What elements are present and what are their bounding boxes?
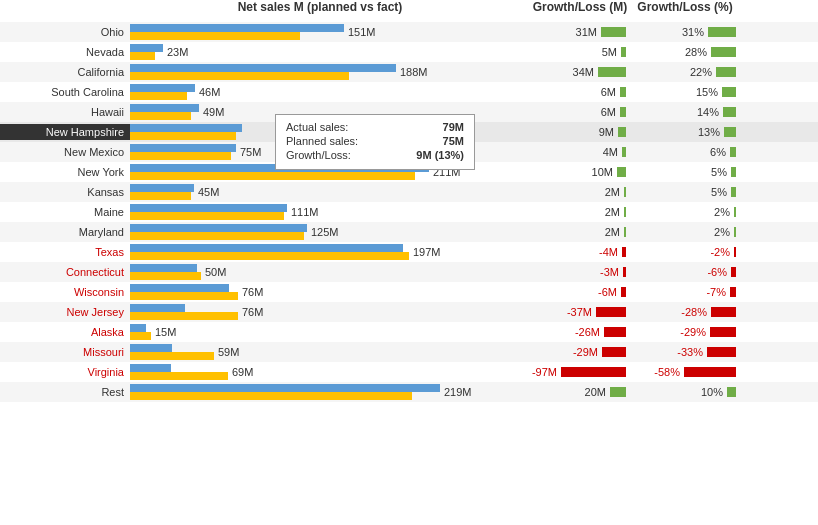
row-label: Nevada (0, 46, 130, 58)
bar-yellow (130, 92, 187, 100)
bar-area: 76M (130, 282, 510, 302)
bars-wrapper (130, 124, 440, 140)
bar-value-label: 76M (242, 286, 263, 298)
table-row[interactable]: Virginia 69M -97M -58% (0, 362, 818, 382)
growth-pct-area: -28% (630, 306, 740, 318)
table-row[interactable]: Alaska 15M -26M -29% (0, 322, 818, 342)
table-row[interactable]: Missouri 59M -29M -33% (0, 342, 818, 362)
chart-headers: Net sales M (planned vs fact) Growth/Los… (0, 0, 818, 22)
table-row[interactable]: Kansas 45M 2M 5% (0, 182, 818, 202)
bar-area: 69M (130, 362, 510, 382)
growth-m-area: -29M (530, 346, 630, 358)
table-row[interactable]: Nevada 23M 5M 28% (0, 42, 818, 62)
row-label: New York (0, 166, 130, 178)
growth-pct-area: 14% (630, 106, 740, 118)
growth-pct-bar-red (711, 307, 736, 317)
growth-m-bar-red (623, 267, 626, 277)
growth-m-value: 20M (585, 386, 606, 398)
bar-yellow (130, 32, 300, 40)
growth-m-value: 6M (601, 86, 616, 98)
row-label: Missouri (0, 346, 130, 358)
table-row[interactable]: New Hampshire Actual sales: 79M Planned … (0, 122, 818, 142)
row-label: Hawaii (0, 106, 130, 118)
growth-m-value: 2M (605, 186, 620, 198)
growth-pct-bar-green (722, 87, 736, 97)
growth-pct-bar-green (727, 387, 736, 397)
growth-m-area: -97M (530, 366, 630, 378)
growth-m-bar-red (604, 327, 626, 337)
growth-pct-area: -2% (630, 246, 740, 258)
growth-m-value: -97M (532, 366, 557, 378)
bar-blue (130, 284, 229, 292)
growth-pct-value: 10% (701, 386, 723, 398)
table-row[interactable]: New Mexico 75M 4M 6% (0, 142, 818, 162)
table-row[interactable]: California 188M 34M 22% (0, 62, 818, 82)
growth-m-area: 2M (530, 226, 630, 238)
growth-pct-area: 2% (630, 226, 740, 238)
growth-pct-value: 15% (696, 86, 718, 98)
bar-blue (130, 344, 172, 352)
growth-pct-bar-green (734, 227, 736, 237)
bar-blue (130, 84, 195, 92)
bars-wrapper: 125M (130, 224, 440, 240)
bar-blue (130, 384, 440, 392)
growth-m-bar-green (610, 387, 626, 397)
growth-m-area: 10M (530, 166, 630, 178)
table-row[interactable]: Connecticut 50M -3M -6% (0, 262, 818, 282)
table-row[interactable]: Maine 111M 2M 2% (0, 202, 818, 222)
growth-pct-value: -7% (706, 286, 726, 298)
growth-pct-area: -29% (630, 326, 740, 338)
bars-wrapper: 46M (130, 84, 440, 100)
tooltip-actual-val: 79M (443, 121, 464, 133)
bar-area: Actual sales: 79M Planned sales: 75M Gro… (130, 122, 510, 142)
row-label: Maine (0, 206, 130, 218)
growth-m-value: -26M (575, 326, 600, 338)
table-row[interactable]: New Jersey 76M -37M -28% (0, 302, 818, 322)
table-row[interactable]: New York 211M 10M 5% (0, 162, 818, 182)
bar-yellow (130, 292, 238, 300)
growth-pct-bar-green (708, 27, 736, 37)
row-label: New Hampshire (0, 124, 130, 140)
bars-wrapper: 76M (130, 284, 440, 300)
growth-pct-area: 10% (630, 386, 740, 398)
growth-m-value: 6M (601, 106, 616, 118)
growth-m-area: 2M (530, 186, 630, 198)
table-row[interactable]: Hawaii 49M 6M 14% (0, 102, 818, 122)
growth-m-area: 5M (530, 46, 630, 58)
bars-wrapper: 75M (130, 144, 440, 160)
bar-value-label: 46M (199, 86, 220, 98)
bar-value-label: 75M (240, 146, 261, 158)
bar-yellow (130, 112, 191, 120)
growth-pct-bar-red (684, 367, 736, 377)
table-row[interactable]: Rest 219M 20M 10% (0, 382, 818, 402)
bar-value-label: 23M (167, 46, 188, 58)
growth-pct-bar-green (731, 187, 736, 197)
growth-m-bar-red (621, 287, 626, 297)
bars-wrapper: 59M (130, 344, 440, 360)
growth-m-area: 6M (530, 106, 630, 118)
table-row[interactable]: Texas 197M -4M -2% (0, 242, 818, 262)
table-row[interactable]: Ohio 151M 31M 31% (0, 22, 818, 42)
bar-area: 23M (130, 42, 510, 62)
bars-wrapper: 197M (130, 244, 440, 260)
growth-pct-area: 22% (630, 66, 740, 78)
table-row[interactable]: Maryland 125M 2M 2% (0, 222, 818, 242)
bar-yellow (130, 332, 151, 340)
growth-m-bar-green (624, 187, 626, 197)
growth-m-value: 2M (605, 226, 620, 238)
bar-value-label: 219M (444, 386, 472, 398)
table-row[interactable]: Wisconsin 76M -6M -7% (0, 282, 818, 302)
row-label: New Mexico (0, 146, 130, 158)
growth-pct-area: 13% (630, 126, 740, 138)
growth-m-value: -37M (567, 306, 592, 318)
growth-pct-value: -2% (710, 246, 730, 258)
bars-wrapper: 69M (130, 364, 440, 380)
growth-m-area: 6M (530, 86, 630, 98)
growth-pct-value: -29% (680, 326, 706, 338)
growth-pct-value: 2% (714, 226, 730, 238)
bar-area: 76M (130, 302, 510, 322)
growth-m-bar-green (618, 127, 626, 137)
growth-m-value: 34M (573, 66, 594, 78)
growth-m-bar-green (617, 167, 626, 177)
table-row[interactable]: South Carolina 46M 6M 15% (0, 82, 818, 102)
